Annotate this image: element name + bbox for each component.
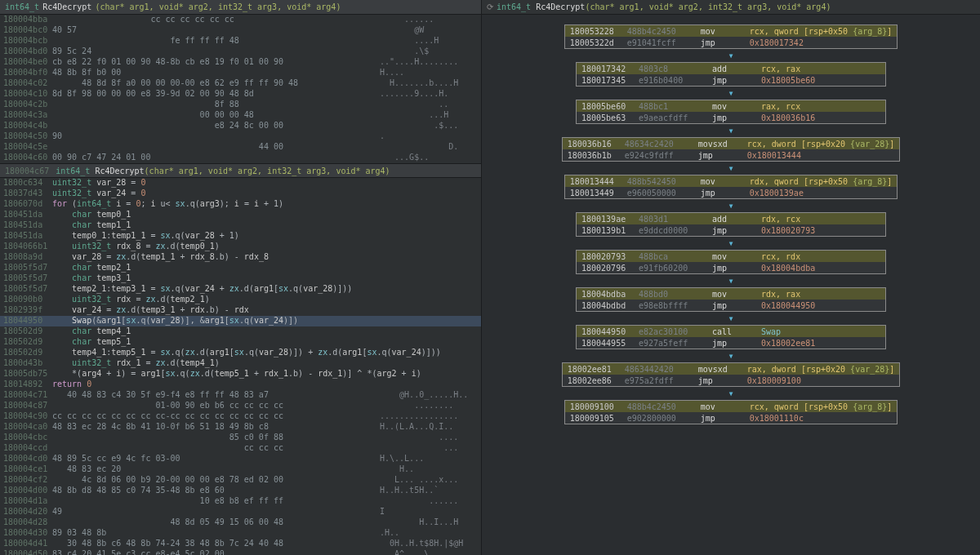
decompiler-line[interactable]: 18014892return 0: [0, 380, 481, 390]
hex-row[interactable]: 180004ca048 83 ec 28 4c 8b 41 10-0f b6 5…: [0, 422, 481, 433]
asm-row[interactable]: 180017345e916b0400jmp0x18005be60: [577, 74, 885, 86]
decompiler-line[interactable]: 180502d9 temp4_1:temp5_1 = sx.q(zx.d(arg…: [0, 348, 481, 358]
hex-row[interactable]: 180004c87 01-00 90 eb b6 cc cc cc cc ...…: [0, 401, 481, 411]
asm-row[interactable]: 18002ee86e975a2fdffjmp0x180009100: [563, 375, 900, 386]
graph-node[interactable]: 180044950e82ac30100callSwap180044955e927…: [576, 325, 886, 349]
hex-row[interactable]: 180004d28 48 8d 05 49 15 06 00 48 H..I..…: [0, 517, 481, 528]
asm-row[interactable]: 18002ee814863442420movsxdrax, dword [rsp…: [563, 363, 900, 375]
flow-arrow-icon: ▾: [728, 278, 733, 284]
decompiler-line[interactable]: 180451da char temp1_1: [0, 220, 481, 231]
decompiler-line[interactable]: 180451da char temp0_1: [0, 210, 481, 220]
flow-arrow-icon: ▾: [728, 52, 733, 59]
hex-view-top[interactable]: 180004bba cc cc cc cc cc cc ......180004…: [0, 15, 481, 163]
asm-row[interactable]: 180053228488b4c2450movrcx, qword [rsp+0x…: [565, 25, 898, 37]
control-flow-graph[interactable]: 180053228488b4c2450movrcx, qword [rsp+0x…: [482, 15, 980, 434]
hex-view-bottom[interactable]: 180004c71 40 48 83 c4 30 5f e9-f4 e8 ff …: [0, 390, 481, 555]
asm-row[interactable]: 18005be60488bc1movrax, rcx: [577, 100, 885, 112]
hex-row[interactable]: 180004c02 48 8d 8f a0 00 00 00-00 e8 62 …: [0, 78, 481, 89]
decompiler-line[interactable]: 18005f5d7 temp2_1:temp3_1 = sx.q(var_24 …: [0, 284, 481, 295]
asm-row[interactable]: 18005322de91041fcffjmp0x180017342: [565, 37, 898, 48]
decompiler-line[interactable]: 180502d9 char temp4_1: [0, 326, 481, 337]
hex-row[interactable]: 180004bc040 57 @W: [0, 25, 481, 36]
hex-row[interactable]: 180004c6000 90 c7 47 24 01 00 ...G$..: [0, 153, 481, 163]
graph-node[interactable]: 1800139ae4803d1addrdx, rcx1800139b1e9ddc…: [576, 212, 886, 237]
hex-row[interactable]: 180004cf2 4c 8d 06 00 b9 20-00 00 00 e8 …: [0, 475, 481, 486]
decompiler-line[interactable]: 1806070dfor (int64_t i = 0; i u< sx.q(ar…: [0, 199, 481, 210]
dec-sig: int64_t Rc4Decrypt(char* arg1, void* arg…: [56, 166, 390, 175]
hex-row[interactable]: 180004d5083 c4 20 41 5e c3 cc e8-e4 5c 0…: [0, 549, 481, 555]
asm-row[interactable]: 180036b1648634c2420movsxdrcx, dword [rsp…: [563, 138, 900, 149]
asm-row[interactable]: 180013449e960050000jmp0x1800139ae: [565, 187, 898, 198]
hex-row[interactable]: 180004be0cb e8 22 f0 01 00 90 48-8b cb e…: [0, 57, 481, 68]
hex-row[interactable]: 180004d2049I: [0, 507, 481, 517]
flow-arrow-icon: ▾: [728, 202, 733, 209]
flow-arrow-icon: ▾: [728, 240, 733, 246]
decompiler-line[interactable]: 18044950 Swap(&arg1[sx.q(var_28)], &arg1…: [0, 316, 481, 326]
hex-row[interactable]: 180004d41 30 48 8b c6 48 8b 74-24 38 48 …: [0, 539, 481, 549]
asm-row[interactable]: 18004bdbde98e8bffffjmp0x180044950: [577, 300, 885, 311]
asm-row[interactable]: 180044955e927a5feffjmp0x18002ee81: [577, 337, 885, 349]
asm-row[interactable]: 180020793488bcamovrcx, rdx: [577, 251, 885, 262]
graph-node[interactable]: 18004bdba488bd0movrdx, rax18004bdbde98e8…: [576, 287, 886, 312]
graph-node[interactable]: 180053228488b4c2450movrcx, qword [rsp+0x…: [564, 24, 898, 49]
hex-row[interactable]: 180004cbc 85 c0 0f 88 ....: [0, 433, 481, 443]
hex-row[interactable]: 180004cd048 89 5c cc e9 4c fc 03-00H.\..…: [0, 454, 481, 464]
hex-row[interactable]: 180004c5e 44 00 D.: [0, 142, 481, 153]
left-signature-header[interactable]: int64_t Rc4Decrypt (char* arg1, void* ar…: [0, 0, 481, 15]
asm-row[interactable]: 1800139b1e9ddcd0000jmp0x180020793: [577, 224, 885, 236]
asm-row[interactable]: 1800139ae4803d1addrdx, rcx: [577, 213, 885, 224]
graph-node[interactable]: 180036b1648634c2420movsxdrcx, dword [rsp…: [562, 137, 901, 162]
graph-node[interactable]: 1800173424803c8addrcx, rax180017345e916b…: [576, 62, 886, 87]
asm-row[interactable]: 180036b1be924c9fdffjmp0x180013444: [563, 149, 900, 161]
asm-row[interactable]: 1800173424803c8addrcx, rax: [577, 63, 885, 74]
hex-row[interactable]: 180004c108d 8f 98 00 00 00 e8 39-9d 02 0…: [0, 89, 481, 100]
asm-row[interactable]: 18004bdba488bd0movrdx, rax: [577, 288, 885, 300]
decompiler-line[interactable]: 180502d9 char temp5_1: [0, 337, 481, 348]
hex-row[interactable]: 180004c5090.: [0, 131, 481, 142]
decompiler-line[interactable]: 180090b0 uint32_t rdx = zx.d(temp2_1): [0, 295, 481, 305]
decompiler-line[interactable]: 18008a9d var_28 = zx.d(temp1_1 + rdx_8.b…: [0, 252, 481, 263]
asm-row[interactable]: 18005be63e9aeacfdffjmp0x180036b16: [577, 112, 885, 123]
hex-row[interactable]: 180004bd089 5c 24 .\$: [0, 47, 481, 57]
hex-row[interactable]: 180004c2b 8f 88 ..: [0, 100, 481, 110]
asm-row[interactable]: 180013444488b542450movrdx, qword [rsp+0x…: [565, 175, 898, 187]
decompiler-line[interactable]: 1802939f var_24 = zx.d(temp3_1 + rdx.b) …: [0, 305, 481, 316]
decompiler-line[interactable]: 18005db75 *(arg4 + i) = arg1[sx.q(zx.d(t…: [0, 369, 481, 380]
graph-node[interactable]: 180009100488b4c2450movrcx, qword [rsp+0x…: [564, 400, 898, 424]
decompiler-view[interactable]: 1800c634uint32_t var_28 = 018037d43uint3…: [0, 178, 481, 390]
hex-row[interactable]: 180004bcb fe ff ff ff 48 ....H: [0, 36, 481, 47]
asm-row[interactable]: 180009105e902800000jmp0x18001110c: [565, 412, 898, 424]
hex-row[interactable]: 180004ccd cc cc cc ...: [0, 443, 481, 454]
hex-row[interactable]: 180004c90cc cc cc cc cc cc cc cc-cc cc c…: [0, 411, 481, 422]
graph-node[interactable]: 18005be60488bc1movrax, rcx18005be63e9aea…: [576, 100, 886, 124]
asm-row[interactable]: 180020796e91fb60200jmp0x18004bdba: [577, 262, 885, 273]
hex-row[interactable]: 180004bba cc cc cc cc cc cc ......: [0, 15, 481, 25]
decompiler-line[interactable]: 18005f5d7 char temp2_1: [0, 263, 481, 273]
hex-row[interactable]: 180004d3089 03 48 8b.H..: [0, 528, 481, 539]
decompiler-line[interactable]: 1804066b1 uint32_t rdx_8 = zx.d(temp0_1): [0, 242, 481, 252]
asm-row[interactable]: 180009100488b4c2450movrcx, qword [rsp+0x…: [565, 401, 898, 412]
r-func-name: Rc4Decrypt: [536, 2, 585, 11]
decompiler-line[interactable]: 18037d43uint32_t var_24 = 0: [0, 189, 481, 199]
hex-row[interactable]: 180004c71 40 48 83 c4 30 5f e9-f4 e8 ff …: [0, 390, 481, 401]
r-ret-type: int64_t: [497, 2, 531, 11]
graph-node[interactable]: 180013444488b542450movrdx, qword [rsp+0x…: [564, 175, 898, 199]
graph-node[interactable]: 18002ee814863442420movsxdrax, dword [rsp…: [562, 362, 901, 387]
right-signature-header[interactable]: ⟳ int64_t Rc4Decrypt (char* arg1, void* …: [482, 0, 980, 15]
hex-row[interactable]: 180004bf048 8b 8f b0 00H....: [0, 68, 481, 78]
decompiler-line[interactable]: 1800d43b uint32_t rdx_1 = zx.d(temp4_1): [0, 358, 481, 369]
decompiler-line[interactable]: 18005f5d7 char temp3_1: [0, 273, 481, 284]
decompiler-line[interactable]: 1800c634uint32_t var_28 = 0: [0, 178, 481, 189]
hex-row[interactable]: 180004d1a 10 e8 b8 ef ff ff ......: [0, 496, 481, 507]
asm-row[interactable]: 180044950e82ac30100callSwap: [577, 326, 885, 337]
func-name: Rc4Decrypt: [42, 2, 91, 11]
reload-icon[interactable]: ⟳: [487, 2, 493, 11]
decompiler-header[interactable]: 180004c67 int64_t Rc4Decrypt(char* arg1,…: [0, 163, 481, 178]
decompiler-line[interactable]: 180451da temp0_1:temp1_1 = sx.q(var_28 +…: [0, 231, 481, 242]
flow-arrow-icon: ▾: [728, 127, 733, 134]
hex-row[interactable]: 180004d0048 8b d8 48 85 c0 74 35-48 8b e…: [0, 486, 481, 496]
graph-node[interactable]: 180020793488bcamovrcx, rdx180020796e91fb…: [576, 250, 886, 274]
hex-row[interactable]: 180004c3a 00 00 00 48 ...H: [0, 110, 481, 121]
hex-row[interactable]: 180004ce1 48 83 ec 20 H..: [0, 464, 481, 475]
hex-row[interactable]: 180004c4b e8 24 8c 00 00 .$...: [0, 121, 481, 131]
